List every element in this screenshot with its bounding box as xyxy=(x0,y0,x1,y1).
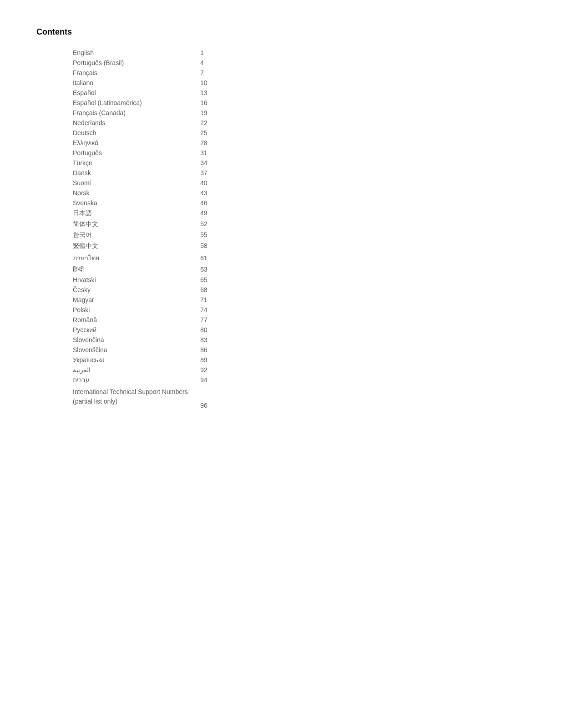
table-row: Hrvatski65 xyxy=(73,275,209,285)
page-number: 37 xyxy=(191,169,209,177)
table-row: Français7 xyxy=(73,68,209,78)
international-entry: International Technical Support Numbers … xyxy=(73,386,209,410)
table-row: Русский80 xyxy=(73,325,209,335)
page-number: 94 xyxy=(191,376,209,384)
language-name: עברית xyxy=(73,376,191,384)
page-number: 65 xyxy=(191,276,209,283)
language-name: Español xyxy=(73,89,191,96)
language-name: Română xyxy=(73,316,191,324)
page-number: 49 xyxy=(191,209,209,217)
page-number: 25 xyxy=(191,129,209,136)
table-row: 日本語49 xyxy=(73,208,209,219)
page-number: 7 xyxy=(191,69,209,76)
page-number: 55 xyxy=(191,231,209,238)
table-row: Suomi40 xyxy=(73,178,209,188)
table-row: 繁體中文58 xyxy=(73,241,209,252)
language-name: Русский xyxy=(73,326,191,334)
page-container: Downloaded from www.vandenborre.be Conte… xyxy=(0,0,563,728)
table-row: हिन्दी63 xyxy=(73,264,209,275)
table-row: Português (Brasil)4 xyxy=(73,58,209,68)
table-row: Türkçe34 xyxy=(73,158,209,168)
table-row: Español13 xyxy=(73,88,209,98)
table-row: Svenska46 xyxy=(73,198,209,208)
table-row: Slovenčina83 xyxy=(73,335,209,345)
page-number: 61 xyxy=(191,254,209,262)
page-number: 58 xyxy=(191,242,209,249)
page-number: 52 xyxy=(191,220,209,228)
language-name: Português xyxy=(73,149,191,157)
page-number: 71 xyxy=(191,296,209,303)
table-row: العربية92 xyxy=(73,365,209,375)
language-name: Ελληνικά xyxy=(73,139,191,147)
table-row: English1 xyxy=(73,48,209,58)
page-number: 68 xyxy=(191,286,209,293)
table-row: Français (Canada)19 xyxy=(73,108,209,118)
page-number: 43 xyxy=(191,189,209,197)
table-row: Česky68 xyxy=(73,285,209,295)
page-number: 19 xyxy=(191,109,209,116)
language-name: Українська xyxy=(73,356,191,364)
page-number: 74 xyxy=(191,306,209,313)
page-number: 31 xyxy=(191,149,209,157)
page-number: 46 xyxy=(191,199,209,207)
page-number: 83 xyxy=(191,336,209,344)
international-page: 96 xyxy=(191,387,209,409)
table-row: Magyar71 xyxy=(73,295,209,305)
table-row: Português31 xyxy=(73,148,209,158)
language-name: Deutsch xyxy=(73,129,191,136)
language-name: Hrvatski xyxy=(73,276,191,283)
language-name: Slovenčina xyxy=(73,336,191,344)
table-row: Polski74 xyxy=(73,305,209,315)
language-name: Français xyxy=(73,69,191,76)
table-row: Norsk43 xyxy=(73,188,209,198)
page-number: 92 xyxy=(191,366,209,374)
table-row: 한국어55 xyxy=(73,230,209,241)
table-row: עברית94 xyxy=(73,375,209,385)
language-name: Česky xyxy=(73,286,191,293)
language-name: Magyar xyxy=(73,296,191,303)
language-name: 繁體中文 xyxy=(73,242,191,250)
table-row: Deutsch25 xyxy=(73,128,209,138)
language-name: Türkçe xyxy=(73,159,191,167)
watermark-container: Downloaded from www.vandenborre.be xyxy=(390,0,563,173)
language-name: Polski xyxy=(73,306,191,313)
language-name: Norsk xyxy=(73,189,191,197)
table-row: 简体中文52 xyxy=(73,219,209,230)
language-name: 简体中文 xyxy=(73,220,191,228)
international-label: International Technical Support Numbers … xyxy=(73,387,191,406)
page-number: 28 xyxy=(191,139,209,147)
table-row: ภาษาไทย61 xyxy=(73,252,209,264)
page-number: 40 xyxy=(191,179,209,187)
page-number: 86 xyxy=(191,346,209,354)
page-number: 4 xyxy=(191,59,209,66)
page-number: 10 xyxy=(191,79,209,86)
language-name: 한국어 xyxy=(73,231,191,239)
language-name: English xyxy=(73,49,191,56)
language-name: العربية xyxy=(73,366,191,374)
page-number: 89 xyxy=(191,356,209,364)
language-name: Português (Brasil) xyxy=(73,59,191,66)
page-number: 22 xyxy=(191,119,209,126)
page-number: 1 xyxy=(191,49,209,56)
language-name: ภาษาไทย xyxy=(73,253,191,263)
language-name: Dansk xyxy=(73,169,191,177)
page-number: 63 xyxy=(191,266,209,273)
table-row: Dansk37 xyxy=(73,168,209,178)
page-number: 16 xyxy=(191,99,209,106)
language-name: Suomi xyxy=(73,179,191,187)
page-number: 34 xyxy=(191,159,209,167)
language-name: Slovenščina xyxy=(73,346,191,354)
table-row: Español (Latinoamérica)16 xyxy=(73,98,209,108)
language-name: Italiano xyxy=(73,79,191,86)
language-name: Svenska xyxy=(73,199,191,207)
table-row: Nederlands22 xyxy=(73,118,209,128)
table-row: Italiano10 xyxy=(73,78,209,88)
page-number: 80 xyxy=(191,326,209,334)
language-name: Español (Latinoamérica) xyxy=(73,99,191,106)
table-row: Română77 xyxy=(73,315,209,325)
language-name: Nederlands xyxy=(73,119,191,126)
contents-heading: Contents xyxy=(36,27,527,37)
contents-table: English1Português (Brasil)4Français7Ital… xyxy=(73,48,209,410)
table-row: Slovenščina86 xyxy=(73,345,209,355)
table-row: Ελληνικά28 xyxy=(73,138,209,148)
